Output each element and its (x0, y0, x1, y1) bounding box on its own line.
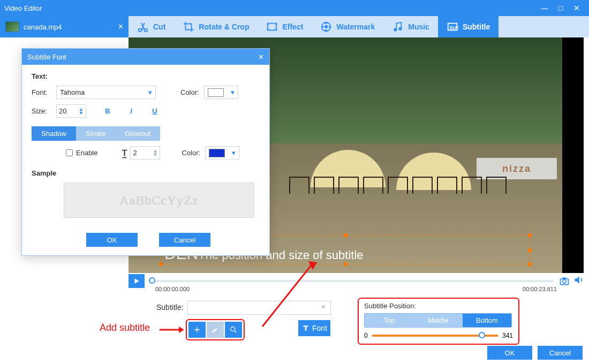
ok-button[interactable]: OK (487, 346, 532, 360)
svg-point-10 (399, 27, 402, 30)
sample-preview: AaBbCcYyZz (64, 183, 254, 218)
effect-icon (266, 21, 278, 33)
tool-music[interactable]: Music (383, 16, 438, 37)
position-min: 0 (364, 332, 368, 339)
file-tab-close-icon[interactable]: × (118, 22, 123, 32)
svg-point-7 (326, 29, 327, 31)
shadow-color-label: Color: (182, 149, 205, 157)
shadow-offset-icon: T̲ (122, 148, 127, 158)
subtitle-icon: SUB (447, 21, 458, 33)
text-section-label: Text: (32, 72, 260, 80)
svg-point-16 (231, 327, 235, 331)
shadow-size-spinner[interactable]: 2 ▲▼ (130, 146, 160, 160)
position-bottom[interactable]: Bottom (463, 314, 511, 327)
tool-effect[interactable]: Effect (258, 16, 312, 37)
text-color-combo[interactable]: ▾ (204, 86, 238, 99)
file-name: canada.mp4 (24, 23, 62, 31)
chevron-down-icon: ▾ (148, 88, 152, 96)
enable-checkbox[interactable] (66, 149, 73, 156)
close-window-button[interactable]: ✕ (569, 4, 585, 12)
size-label: Size: (32, 107, 56, 115)
file-tab[interactable]: canada.mp4 × (0, 16, 129, 37)
position-middle[interactable]: Middle (413, 314, 462, 327)
position-value: 341 (502, 332, 513, 339)
search-subtitle-button[interactable] (225, 322, 242, 338)
subtitle-position-panel: Subtitle Position: Top Middle Bottom 0 3… (358, 298, 519, 345)
tool-cut[interactable]: Cut (129, 16, 174, 37)
tool-rotate-crop[interactable]: Rotate & Crop (174, 16, 258, 37)
text-icon (301, 324, 310, 332)
subtitle-input[interactable] (187, 301, 331, 315)
music-icon (392, 21, 404, 33)
annotation-add-subtitle: Add subtitle (100, 322, 150, 333)
size-spinner[interactable]: 20 ▲▼ (56, 104, 86, 118)
font-label: Font: (32, 88, 56, 96)
svg-point-5 (326, 22, 327, 24)
scene-sign: nizza (477, 158, 557, 179)
timeline-playhead[interactable] (149, 277, 155, 284)
position-segmented: Top Middle Bottom (364, 313, 512, 328)
scissors-icon (137, 21, 149, 33)
position-top[interactable]: Top (365, 314, 413, 327)
svg-point-0 (139, 29, 142, 32)
tab-shadow[interactable]: Shadow (32, 126, 76, 141)
enable-label: Enable (76, 149, 97, 157)
file-thumb-icon (5, 21, 19, 32)
bold-button[interactable]: B (100, 107, 115, 115)
svg-point-4 (325, 25, 328, 28)
app-title: Video Editor (4, 4, 537, 12)
position-slider-knob[interactable] (479, 332, 485, 338)
tool-watermark[interactable]: Watermark (312, 16, 383, 37)
position-label: Subtitle Position: (364, 302, 513, 310)
text-color-label: Color: (180, 88, 204, 96)
subtitle-input-label: Subtitle: (156, 303, 184, 312)
svg-point-8 (322, 26, 324, 28)
svg-point-9 (394, 28, 397, 32)
font-combo[interactable]: Tahoma▾ (56, 86, 156, 99)
subtitle-button-group (186, 319, 245, 340)
dialog-close-icon[interactable]: ✕ (258, 53, 264, 61)
timeline-track[interactable] (149, 280, 554, 282)
tool-row: canada.mp4 × Cut Rotate & Crop Effect Wa… (0, 16, 589, 37)
shadow-color-combo[interactable]: ▾ (205, 146, 239, 160)
add-subtitle-button[interactable] (188, 322, 206, 338)
svg-rect-15 (563, 277, 567, 279)
tool-subtitle[interactable]: SUB Subtitle (438, 16, 499, 37)
sample-label: Sample (32, 169, 260, 177)
cancel-button[interactable]: Cancel (538, 346, 583, 360)
dialog-cancel-button[interactable]: Cancel (159, 233, 210, 247)
svg-point-1 (145, 29, 148, 32)
tab-glowout[interactable]: Glowout (116, 126, 161, 141)
crop-icon (183, 21, 194, 33)
tab-stroke[interactable]: Stroke (76, 126, 116, 141)
annotation-arrow-icon (160, 325, 184, 334)
time-end: 00:00:23.811 (523, 286, 557, 292)
chevron-down-icon: ▾ (231, 88, 235, 96)
minimize-button[interactable]: — (537, 4, 553, 12)
dialog-title: Subtitle Font (27, 53, 66, 61)
subtitle-input-clear-icon[interactable]: × (321, 302, 326, 311)
underline-button[interactable]: U (147, 107, 162, 115)
maximize-button[interactable]: □ (553, 4, 569, 12)
watermark-icon (320, 21, 332, 33)
chevron-down-icon: ▾ (232, 149, 236, 157)
edit-subtitle-button[interactable] (207, 322, 224, 338)
position-slider[interactable] (372, 335, 498, 337)
shadow-color-swatch (209, 149, 225, 157)
svg-text:SUB: SUB (449, 25, 458, 31)
svg-point-6 (329, 26, 330, 28)
time-start: 00:00:00.000 (155, 286, 190, 292)
titlebar: Video Editor — □ ✕ (0, 0, 589, 16)
italic-button[interactable]: I (124, 107, 139, 115)
subtitle-font-dialog: Subtitle Font ✕ Text: Font: Tahoma▾ Colo… (21, 48, 270, 256)
svg-point-14 (563, 280, 567, 284)
dialog-ok-button[interactable]: OK (86, 233, 138, 247)
font-button[interactable]: Font (298, 320, 330, 336)
snapshot-button[interactable] (558, 276, 571, 286)
